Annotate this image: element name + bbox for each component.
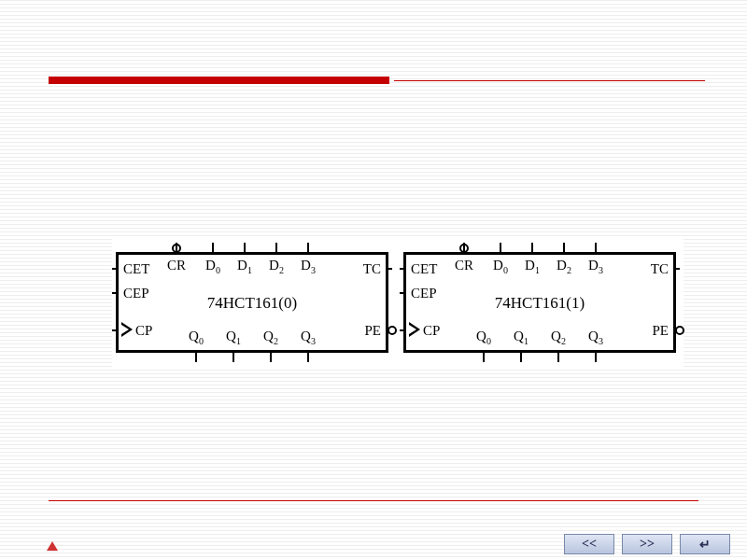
pin-tick <box>483 350 485 362</box>
ic-block-0: CET CEP CP TC PE 74HCT161(0) CR D0D0 D1D… <box>116 252 388 353</box>
pin-tick <box>500 243 501 255</box>
pin-label-cr: CR <box>167 259 186 273</box>
pin-tick <box>531 243 533 255</box>
pin-label-d0: D0D0 <box>205 259 220 275</box>
pin-label-q3: Q3Q3 <box>588 329 603 346</box>
pin-label-d3: D3D3 <box>301 259 316 275</box>
pin-label-q1: Q1Q1 <box>226 329 241 346</box>
slide-nav: << >> ↵ <box>564 534 730 554</box>
pin-tick <box>270 350 272 362</box>
pin-label-d1: D1D1 <box>237 259 252 275</box>
pin-label-cet: CET <box>123 262 149 276</box>
pin-tick <box>195 350 197 362</box>
pin-label-pe: PE <box>364 324 381 338</box>
pin-label-tc: TC <box>651 262 669 276</box>
pin-tick <box>307 243 309 255</box>
pin-tick <box>112 329 119 331</box>
pin-label-d3: D3D3 <box>588 259 603 275</box>
pin-label-d2: D2D2 <box>269 259 284 275</box>
next-button[interactable]: >> <box>622 534 672 554</box>
pin-label-d2: D2D2 <box>557 259 571 275</box>
pin-label-cp: CP <box>423 324 440 338</box>
pin-tick <box>463 243 465 255</box>
pin-tick <box>212 243 214 255</box>
title-rule-area <box>49 77 705 84</box>
pin-tick <box>400 268 406 270</box>
pin-tick <box>557 350 559 362</box>
pin-tick <box>563 243 565 255</box>
pin-tick <box>400 329 406 331</box>
pin-label-q2: Q2Q2 <box>263 329 278 346</box>
part-number-label: 74HCT161(1) <box>406 294 673 313</box>
pin-label-pe: PE <box>652 324 669 338</box>
pin-tick <box>595 350 597 362</box>
pin-label-q2: Q2Q2 <box>551 329 566 346</box>
pin-tick <box>307 350 309 362</box>
pin-tick <box>400 292 406 294</box>
pin-label-cr: CR <box>455 259 473 273</box>
clock-edge-icon <box>409 322 420 337</box>
title-thin-rule <box>394 80 705 81</box>
pin-label-d0: D0D0 <box>493 259 508 275</box>
pin-label-d1: D1D1 <box>525 259 540 275</box>
footer-rule <box>49 500 698 501</box>
pin-tick <box>673 268 680 270</box>
slide-marker-icon <box>47 541 58 551</box>
ic-block-1: CET CEP CP TC PE 74HCT161(1) CR D0D0 D1D… <box>403 252 676 353</box>
pin-tick <box>386 268 392 270</box>
pin-tick <box>233 350 234 362</box>
title-thick-rule <box>49 77 389 84</box>
pin-tick <box>176 243 177 255</box>
pin-tick <box>112 292 119 294</box>
pin-label-cp: CP <box>135 324 152 338</box>
pin-label-cet: CET <box>411 262 437 276</box>
pin-label-q0: Q0Q0 <box>476 329 491 346</box>
pin-label-q0: Q0Q0 <box>189 329 204 346</box>
pin-tick <box>244 243 246 255</box>
inversion-bubble-icon <box>388 326 397 335</box>
pin-label-q1: Q1Q1 <box>514 329 529 346</box>
clock-edge-icon <box>121 322 133 337</box>
pin-tick <box>112 268 119 270</box>
pin-label-tc: TC <box>363 262 381 276</box>
pin-label-q3: Q3Q3 <box>301 329 316 346</box>
schematic-figure: CET CEP CP TC PE 74HCT161(0) CR D0D0 D1D… <box>112 239 684 368</box>
pin-tick <box>520 350 522 362</box>
pin-tick <box>275 243 277 255</box>
enter-button[interactable]: ↵ <box>680 534 730 554</box>
part-number-label: 74HCT161(0) <box>119 294 386 313</box>
pin-tick <box>595 243 597 255</box>
prev-button[interactable]: << <box>564 534 614 554</box>
inversion-bubble-icon <box>675 326 684 335</box>
